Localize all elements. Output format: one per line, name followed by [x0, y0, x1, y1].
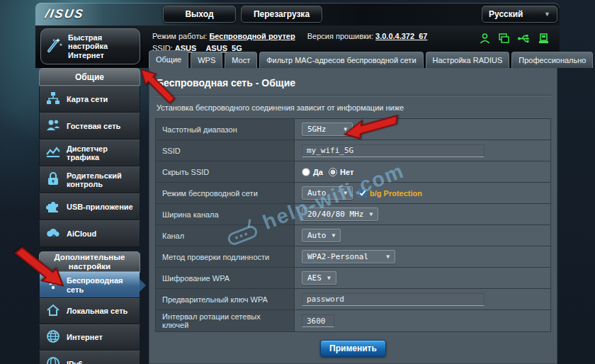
tab-radius[interactable]: Настройка RADIUS: [426, 52, 510, 68]
router-admin-page: /ISUS Выход Перезагрузка Русский ▼ Быстр…: [0, 0, 595, 364]
field-label: Режим беспроводной сети: [156, 183, 295, 203]
mode-label: Режим работы:: [152, 32, 207, 40]
field-label: Предварительный ключ WPA: [156, 289, 295, 309]
network-map-icon: [45, 91, 61, 108]
sidebar-item-wan[interactable]: Интернет: [39, 324, 140, 351]
field-label: Скрыть SSID: [156, 161, 295, 182]
tab-mac-filter[interactable]: Фильтр MAC-адресов беспроводной сети: [259, 52, 423, 68]
hide-ssid-yes-radio[interactable]: Да: [302, 168, 323, 176]
sidebar-item-label: Диспетчер трафика: [67, 144, 134, 161]
quick-setup-label: Быстрая настройка Интернет: [68, 33, 135, 60]
sidebar-item-label: Гостевая сеть: [67, 122, 120, 130]
sidebar-item-aicloud[interactable]: AiCloud: [39, 220, 140, 247]
sidebar-item-label: IPv6: [67, 360, 83, 364]
field-label: Метод проверки подлинности: [156, 246, 295, 267]
sidebar-item-usb-application[interactable]: USB-приложение: [39, 193, 140, 220]
network-clients-icon[interactable]: [498, 33, 510, 45]
apply-button[interactable]: Применить: [320, 340, 386, 357]
divider: [155, 95, 551, 96]
language-label: Русский: [489, 9, 523, 19]
chevron-down-icon: ▼: [386, 254, 390, 260]
mode-link[interactable]: Беспроводной роутер: [209, 32, 295, 40]
channel-width-select[interactable]: 20/40/80 MHz ▼: [302, 207, 378, 221]
language-dropdown[interactable]: Русский ▼: [482, 6, 557, 23]
row-wpa-key: Предварительный ключ WPA: [156, 289, 550, 310]
client-status-icon[interactable]: [479, 33, 491, 45]
sidebar: Общие Карта сети Го: [39, 68, 140, 364]
bg-protection-checkbox[interactable]: b/g Protection: [358, 189, 422, 198]
top-bar: /ISUS Выход Перезагрузка Русский ▼: [35, 3, 560, 25]
quick-setup-button[interactable]: Быстрая настройка Интернет: [40, 28, 140, 64]
apply-row: Применить: [149, 340, 557, 357]
firmware-link[interactable]: 3.0.0.4.372_67: [375, 32, 427, 40]
hide-ssid-no-radio[interactable]: Нет: [329, 168, 353, 176]
field-label: Ширина канала: [156, 204, 295, 224]
sidebar-item-label: USB-приложение: [67, 203, 133, 211]
wpa-key-input[interactable]: [302, 293, 484, 306]
wireless-tabbar: Общие WPS Мост Фильтр MAC-адресов беспро…: [149, 50, 593, 68]
sidebar-item-parental-control[interactable]: Родительский контроль: [39, 166, 140, 193]
chevron-down-icon: ▼: [344, 126, 347, 132]
checkbox[interactable]: [358, 189, 367, 198]
channel-select[interactable]: Auto ▼: [302, 229, 341, 242]
radio-no[interactable]: [329, 168, 337, 176]
usb-status-icon[interactable]: [517, 33, 531, 45]
asus-logo: /ISUS: [44, 7, 85, 21]
wifi-icon: [45, 276, 61, 293]
chevron-down-icon: ▼: [369, 211, 373, 217]
reboot-button[interactable]: Перезагрузка: [241, 6, 322, 23]
radio-yes[interactable]: [302, 168, 310, 176]
sidebar-item-guest-network[interactable]: Гостевая сеть: [39, 113, 140, 140]
wireless-mode-select[interactable]: Auto ▼: [302, 186, 353, 200]
field-label: SSID: [156, 140, 295, 161]
chevron-down-icon: ▼: [544, 11, 550, 18]
field-label: Канал: [156, 225, 295, 246]
chevron-down-icon: ▼: [344, 190, 347, 196]
info-line-1: Режим работы: Беспроводной роутер Версия…: [152, 30, 427, 42]
auth-method-select[interactable]: WPA2-Personal ▼: [302, 250, 395, 263]
sidebar-item-label: Родительский контроль: [67, 171, 134, 188]
tab-bridge[interactable]: Мост: [225, 52, 257, 68]
row-auth-method: Метод проверки подлинности WPA2-Personal…: [156, 246, 550, 268]
row-wireless-mode: Режим беспроводной сети Auto ▼ b/g Prote…: [156, 183, 550, 204]
sidebar-item-lan[interactable]: Локальная сеть: [39, 298, 140, 324]
printer-status-icon[interactable]: [538, 33, 550, 45]
key-rotation-input[interactable]: [302, 314, 334, 327]
field-label: Интервал ротации сетевых ключей: [156, 310, 295, 331]
page-title: Беспроводная сеть - Общие: [157, 77, 550, 89]
frequency-band-select[interactable]: 5GHz ▼: [302, 123, 353, 136]
sidebar-header-general: Общие: [39, 68, 140, 86]
tab-professional[interactable]: Профессионально: [511, 52, 593, 68]
sidebar-item-label: Локальная сеть: [67, 307, 128, 315]
row-frequency-band: Частотный диапазон 5GHz ▼: [156, 119, 550, 140]
cloud-icon: [45, 225, 61, 242]
status-icons: [479, 33, 550, 45]
puzzle-icon: [45, 198, 61, 215]
wpa-encryption-select[interactable]: AES ▼: [302, 271, 336, 285]
sidebar-item-wireless[interactable]: Беспроводная сеть: [39, 272, 140, 298]
guest-network-icon: [45, 118, 61, 135]
tab-wps[interactable]: WPS: [191, 52, 222, 68]
chevron-down-icon: ▼: [327, 275, 331, 281]
lock-icon: [45, 171, 61, 188]
row-key-rotation: Интервал ротации сетевых ключей: [156, 310, 550, 331]
sidebar-item-label: AiCloud: [67, 229, 96, 238]
row-hide-ssid: Скрыть SSID Да Нет: [156, 161, 550, 183]
logout-button[interactable]: Выход: [163, 6, 236, 23]
sidebar-header-advanced: Дополнительные настройки: [39, 251, 140, 272]
sidebar-item-network-map[interactable]: Карта сети: [39, 86, 140, 113]
sidebar-item-ipv6[interactable]: IPv6: [39, 351, 140, 364]
magic-wand-icon: [45, 36, 64, 57]
row-channel-width: Ширина канала 20/40/80 MHz ▼: [156, 204, 550, 225]
wireless-general-panel: Беспроводная сеть - Общие Установка бесп…: [149, 68, 557, 364]
globe-icon: [45, 329, 61, 346]
field-label: Шифрование WPA: [156, 268, 295, 288]
tab-general[interactable]: Общие: [149, 50, 188, 68]
sidebar-item-traffic-manager[interactable]: Диспетчер трафика: [39, 140, 140, 166]
firmware-label: Версия прошивки:: [307, 32, 373, 40]
chevron-down-icon: ▼: [332, 232, 336, 239]
ssid-input[interactable]: [302, 144, 484, 157]
row-wpa-encryption: Шифрование WPA AES ▼: [156, 268, 550, 289]
sidebar-item-label: Интернет: [67, 333, 103, 341]
globe-icon: [45, 356, 61, 364]
